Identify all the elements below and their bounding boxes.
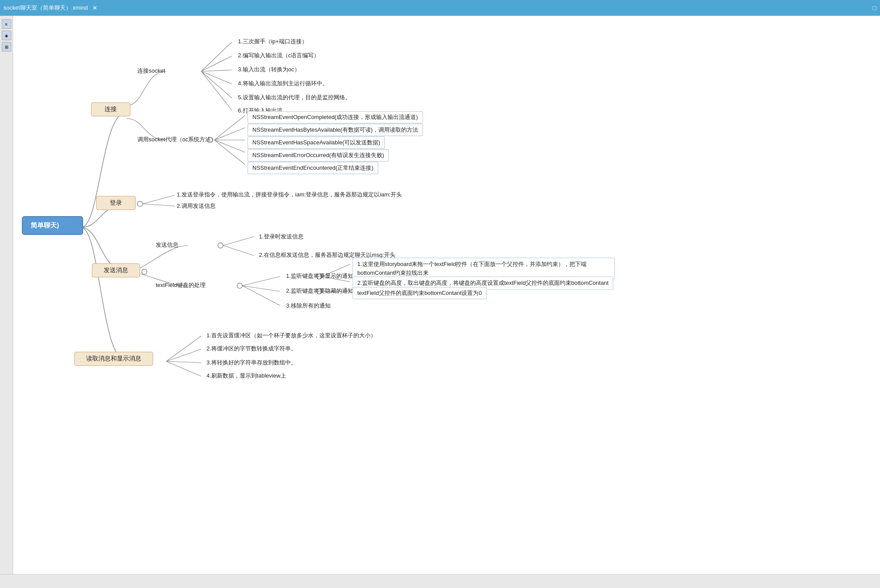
left-panel-icon-2[interactable]: ◈ [2,31,11,40]
read-msg-node: 读取消息和显示消息 [74,352,153,366]
send-info-item-1: 1.登录时发送信息 [257,232,305,242]
root-node: 简单聊天) [22,216,83,235]
keyboard-show-detail-1: 1.这里使用storyboard来拖一个textField控件（在下面放一个父控… [353,258,615,279]
read-item-4: 4.刷新数据，显示到tableview上 [205,371,288,381]
titlebar: socket聊天室（简单聊天）.xmind ✕ □ [0,0,880,16]
connect-item-3: 3.输入出流（转换为oc） [236,65,302,74]
connect-item-5: 5.设置输入输出流的代理，目的是监控网络。 [236,93,353,102]
svg-point-4 [218,243,223,248]
read-item-1: 1.首先设置缓冲区（如一个杯子要放多少水，这里设置杯子的大小） [205,331,378,340]
left-panel-icon-1[interactable]: ≡ [2,19,11,29]
bottom-bar [0,574,880,588]
login-node: 登录 [96,196,136,210]
main-window: socket聊天室（简单聊天）.xmind ✕ □ ≡ ◈ ⊞ [0,0,880,588]
left-panel-icon-3[interactable]: ⊞ [2,42,11,52]
connect-item-1: 1.三次握手（ip+端口连接） [236,37,309,46]
svg-point-2 [137,201,143,206]
keyboard-item-2: 2.监听键盘将要隐藏的通知 [284,286,355,296]
connect-socket-label: 连接socket [136,66,167,76]
keyboard-hide-detail: textField父控件的底面约束bottomContant设置为0 [353,287,487,299]
close-button[interactable]: ✕ [91,4,98,11]
main-content: ≡ ◈ ⊞ [0,16,880,574]
keyboard-item-3: 3.移除所有的通知 [284,301,332,311]
delegate-item-2: NSStreamEventHasBytesAvailable(有数据可读)，调用… [248,124,423,136]
delegate-item-3: NSStreamEventHasSpaceAvailable(可以发送数据) [248,136,385,149]
login-item-1: 1.发送登录指令，使用输出流，拼接登录指令，iam:登录信息，服务器那边规定以i… [175,190,404,200]
read-item-3: 3.将转换好的字符串存放到数组中。 [205,358,298,368]
textfield-keyboard-label: textField键盘的处理 [154,280,207,290]
left-panel: ≡ ◈ ⊞ [0,16,13,574]
maximize-button[interactable]: □ [873,4,877,11]
read-item-2: 2.将缓冲区的字节数转换成字符串。 [205,344,298,354]
svg-point-3 [142,269,147,274]
svg-point-5 [237,283,242,288]
delegate-item-5: NSStreamEventEndEncountered(正常结束连接) [248,162,378,174]
send-info-label: 发送信息 [154,240,180,250]
send-msg-node: 发送消息 [92,263,140,277]
delegate-label: 调用socket代理（oc系统方法） [136,135,218,144]
titlebar-title: socket聊天室（简单聊天）.xmind [3,4,88,12]
connect-item-4: 4.将输入输出流加到主运行循环中。 [236,79,330,88]
keyboard-item-1: 1.监听键盘将要显示的通知 [284,271,355,281]
connect-item-2: 2.编写输入输出流（c语言编写） [236,51,321,60]
connect-node: 连接 [91,102,130,116]
delegate-item-1: NSStreamEventOpenCompleted(成功连接，形成输入输出流通… [248,111,423,123]
login-item-2: 2.调用发送信息 [175,201,217,211]
delegate-item-4: NSStreamEventErrorOccurred(有错误发生连接失败) [248,149,389,161]
